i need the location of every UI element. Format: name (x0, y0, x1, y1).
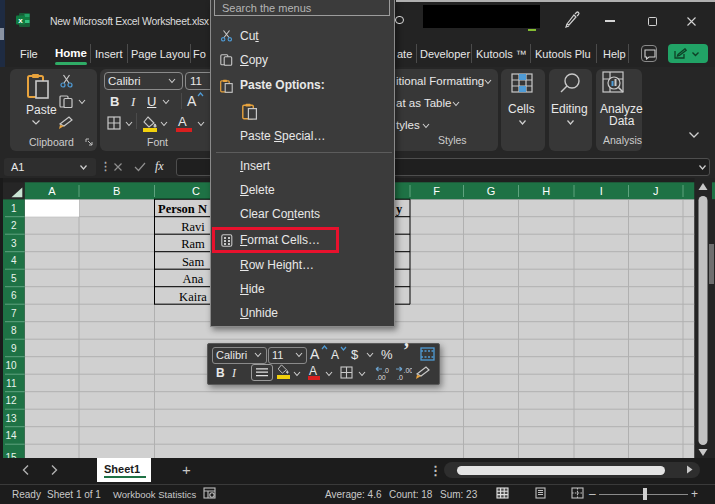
svg-text:.00: .00 (376, 374, 386, 381)
svg-text:14: 14 (5, 430, 17, 441)
svg-text:1: 1 (11, 203, 17, 214)
svg-text:C: C (192, 185, 200, 197)
svg-text:4: 4 (11, 255, 17, 266)
svg-text:Ravi: Ravi (181, 220, 205, 234)
svg-text:Sam: Sam (182, 255, 205, 269)
svg-text:6: 6 (11, 290, 17, 301)
svg-text:Ana: Ana (183, 272, 204, 286)
svg-text:.00: .00 (404, 367, 413, 374)
svg-text:A: A (48, 185, 56, 197)
svg-text:Ram: Ram (181, 237, 205, 251)
svg-text:11: 11 (6, 378, 17, 389)
svg-text:F: F (433, 185, 440, 197)
svg-text:y: y (396, 202, 403, 216)
svg-text:x: x (18, 16, 23, 25)
svg-text:B: B (113, 185, 120, 197)
svg-text:12: 12 (5, 395, 17, 406)
svg-text:13: 13 (5, 413, 17, 424)
svg-text:.0: .0 (397, 374, 403, 381)
svg-text:3: 3 (11, 238, 17, 249)
svg-text:H: H (542, 185, 550, 197)
svg-text:5: 5 (11, 273, 17, 284)
svg-text:I: I (600, 185, 603, 197)
svg-text:Kaira: Kaira (179, 290, 207, 304)
svg-text:J: J (653, 185, 659, 197)
svg-text:Person N: Person N (158, 202, 207, 216)
svg-text:9: 9 (11, 343, 17, 354)
svg-text:7: 7 (11, 308, 17, 319)
svg-text:10: 10 (5, 360, 17, 371)
svg-text:2: 2 (11, 220, 17, 231)
svg-text:8: 8 (11, 325, 17, 336)
svg-text:G: G (487, 185, 496, 197)
